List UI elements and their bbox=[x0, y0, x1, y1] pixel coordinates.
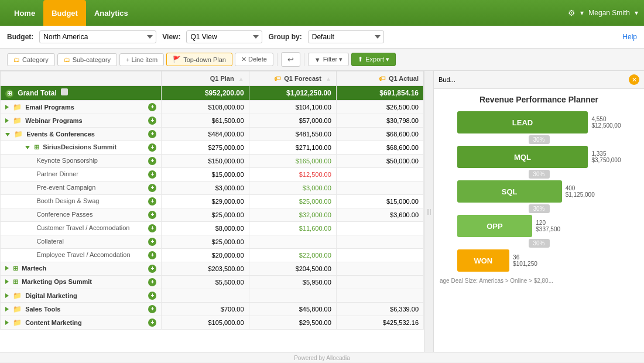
table-row: 📁 Events & Conferences + $484,000.00 $48… bbox=[1, 128, 424, 141]
table-row: Booth Design & Swag + $29,000.00 $25,000… bbox=[1, 195, 424, 208]
table-row: ⊞ Grand Total $952,200.00 $1,012,250.00 … bbox=[1, 86, 424, 101]
budget-label: Budget: bbox=[7, 33, 33, 41]
add-icon[interactable]: + bbox=[148, 211, 156, 219]
add-icon[interactable]: + bbox=[148, 265, 156, 273]
table-row: Pre-event Campaign + $3,000.00 $3,000.00 bbox=[1, 182, 424, 195]
user-name: Megan Smith bbox=[588, 9, 630, 17]
table-row: 📁 Digital Marketing + bbox=[1, 289, 424, 303]
filter-icon: ▼ bbox=[314, 56, 321, 63]
funnel-connector-3: 30% bbox=[457, 204, 621, 213]
th-q1forecast-label: Q1 Forecast bbox=[284, 75, 321, 82]
funnel-label-lead: 4,550$12,500,00 bbox=[591, 116, 621, 129]
add-icon[interactable]: + bbox=[148, 251, 156, 259]
nav-analytics[interactable]: Analytics bbox=[86, 0, 136, 26]
sirius-summit-name: ⊞ SiriusDecisions Summit + bbox=[1, 141, 162, 155]
add-icon[interactable]: + bbox=[148, 319, 156, 327]
add-icon[interactable]: + bbox=[148, 103, 156, 111]
edit-icon[interactable] bbox=[61, 88, 68, 95]
tag-icon: 🏷 bbox=[274, 75, 280, 82]
gear-icon[interactable]: ⚙ bbox=[568, 8, 576, 18]
funnel-bar-sql: SQL bbox=[457, 180, 562, 203]
delete-button[interactable]: ✕ Delete bbox=[235, 53, 273, 66]
add-icon[interactable]: + bbox=[148, 197, 156, 206]
nav-home[interactable]: Home bbox=[6, 0, 43, 26]
table-row: ⊞ Marketing Ops Summit + $5,500.00 $5,95… bbox=[1, 276, 424, 289]
scroll-handle[interactable]: ||| bbox=[424, 71, 433, 352]
toolbar-separator-2 bbox=[304, 53, 304, 66]
table-container[interactable]: Q1 Plan ▲ 🏷 Q1 Forecast ▲ 🏷 Q1 Actual bbox=[0, 71, 424, 352]
digital-marketing-name: 📁 Digital Marketing + bbox=[1, 289, 162, 303]
collapse-triangle-icon[interactable] bbox=[25, 146, 30, 149]
conference-passes-name: Conference Passes + bbox=[1, 208, 162, 222]
filter-button[interactable]: ▼ Filter ▾ bbox=[308, 53, 349, 66]
powered-by: Powered by Allocadia bbox=[294, 355, 350, 361]
lineitem-button[interactable]: + Line item bbox=[119, 53, 164, 66]
group-select[interactable]: Default bbox=[308, 30, 384, 43]
add-icon[interactable]: + bbox=[148, 224, 156, 232]
expand-triangle-icon[interactable] bbox=[5, 307, 9, 311]
expand-triangle-icon[interactable] bbox=[5, 266, 9, 270]
user-dropdown-icon[interactable]: ▾ bbox=[635, 9, 638, 17]
funnel-bar-opp: OPP bbox=[457, 215, 533, 237]
collapse-triangle-icon[interactable] bbox=[5, 133, 10, 136]
martech-name: ⊞ Martech + bbox=[1, 262, 162, 276]
nav-budget[interactable]: Budget bbox=[43, 0, 86, 26]
add-icon[interactable]: + bbox=[148, 292, 156, 300]
add-icon[interactable]: + bbox=[148, 170, 156, 179]
panel-footer-text: age Deal Size: Americas > Online > $2,80… bbox=[440, 278, 638, 284]
expand-triangle-icon[interactable] bbox=[5, 118, 9, 123]
folder-icon: 📁 bbox=[13, 292, 22, 300]
events-conferences-name: 📁 Events & Conferences + bbox=[1, 128, 162, 141]
marketing-ops-name: ⊞ Marketing Ops Summit + bbox=[1, 276, 162, 289]
add-icon[interactable]: + bbox=[148, 238, 156, 246]
subcategory-button[interactable]: 🗂 Sub-category bbox=[57, 53, 117, 66]
topdown-button[interactable]: 🚩 Top-down Plan bbox=[166, 53, 232, 66]
th-q1forecast-arrow[interactable]: ▲ bbox=[326, 76, 331, 82]
main-content: Q1 Plan ▲ 🏷 Q1 Forecast ▲ 🏷 Q1 Actual bbox=[0, 71, 644, 352]
add-icon[interactable]: + bbox=[148, 143, 156, 152]
th-q1plan-arrow[interactable]: ▲ bbox=[238, 76, 244, 82]
th-name bbox=[1, 71, 162, 86]
add-icon[interactable]: + bbox=[148, 130, 156, 138]
folder-icon: 🗂 bbox=[13, 56, 20, 63]
category-button[interactable]: 🗂 Category bbox=[7, 53, 55, 66]
page-footer: Powered by Allocadia bbox=[0, 352, 644, 362]
expand-triangle-icon[interactable] bbox=[5, 279, 9, 284]
top-nav: Home Budget Analytics ⚙ ▾ Megan Smith ▾ bbox=[0, 0, 644, 26]
scroll-icon: ||| bbox=[427, 208, 431, 215]
sales-tools-name: 📁 Sales Tools + bbox=[1, 303, 162, 316]
view-select[interactable]: Q1 View bbox=[186, 30, 262, 43]
funnel-bar-lead: LEAD bbox=[457, 111, 588, 133]
funnel-bar-mql: MQL bbox=[457, 146, 588, 168]
customer-travel-name: Customer Travel / Accomodation + bbox=[1, 222, 162, 235]
help-link[interactable]: Help bbox=[622, 33, 637, 41]
funnel-chart: LEAD 4,550$12,500,00 30% MQL 1,335$3,750… bbox=[457, 111, 621, 272]
folder-icon: 📁 bbox=[13, 305, 22, 313]
funnel-connector-1: 30% bbox=[457, 135, 621, 144]
subcategory-folder-icon: 🗂 bbox=[64, 56, 70, 63]
flag-icon: 🚩 bbox=[173, 56, 181, 63]
add-icon[interactable]: + bbox=[148, 305, 156, 313]
group-label: Group by: bbox=[268, 33, 302, 41]
funnel-bar-won: WON bbox=[457, 249, 510, 272]
export-button[interactable]: ⬆ Export ▾ bbox=[351, 53, 396, 66]
expand-icon[interactable]: ⊞ bbox=[5, 90, 13, 98]
expand-triangle-icon[interactable] bbox=[5, 320, 9, 325]
panel-header: Bud... ✕ bbox=[434, 71, 644, 89]
table-row: Conference Passes + $25,000.00 $32,000.0… bbox=[1, 208, 424, 222]
budget-table: Q1 Plan ▲ 🏷 Q1 Forecast ▲ 🏷 Q1 Actual bbox=[0, 71, 424, 330]
panel-close-button[interactable]: ✕ bbox=[629, 74, 639, 85]
add-icon[interactable]: + bbox=[148, 278, 156, 286]
grand-total-name: ⊞ Grand Total bbox=[1, 86, 162, 101]
expand-triangle-icon[interactable] bbox=[5, 105, 9, 109]
add-icon[interactable]: + bbox=[148, 117, 156, 125]
expand-triangle-icon[interactable] bbox=[5, 293, 9, 298]
lineitem-label: + Line item bbox=[126, 56, 157, 63]
panel-header-text: Bud... bbox=[439, 76, 455, 83]
add-icon[interactable]: + bbox=[148, 184, 156, 192]
undo-button[interactable]: ↩ bbox=[281, 52, 300, 67]
add-icon[interactable]: + bbox=[148, 157, 156, 165]
budget-select[interactable]: North America bbox=[39, 30, 156, 43]
filter-label: Filter ▾ bbox=[323, 56, 343, 63]
delete-label: ✕ Delete bbox=[241, 56, 267, 63]
